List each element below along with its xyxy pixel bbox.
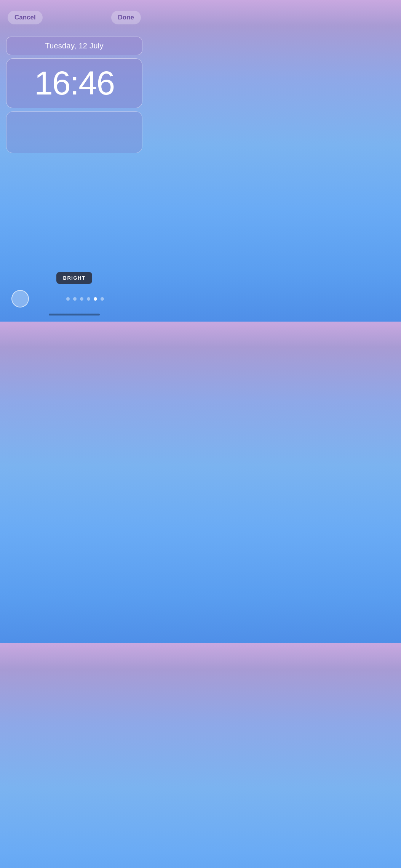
dots-row [0, 290, 149, 307]
page-dot-2[interactable] [73, 297, 77, 301]
page-dot-3[interactable] [80, 297, 83, 301]
page-dot-1[interactable] [66, 297, 70, 301]
home-indicator [49, 314, 100, 315]
time-widget[interactable]: 16:46 [6, 58, 142, 108]
page-dot-5-active[interactable] [94, 297, 97, 301]
bottom-area: BRIGHT [0, 272, 149, 322]
top-header: Cancel Done [0, 5, 149, 29]
date-widget[interactable]: Tuesday, 12 July [6, 37, 142, 55]
page-dot-4[interactable] [87, 297, 90, 301]
done-button[interactable]: Done [111, 11, 141, 24]
cancel-button[interactable]: Cancel [8, 11, 43, 24]
brightness-label: BRIGHT [56, 272, 93, 284]
flashlight-button[interactable] [11, 290, 29, 307]
empty-widget[interactable] [6, 111, 142, 153]
page-dots [29, 297, 137, 301]
widgets-area: Tuesday, 12 July 16:46 [0, 37, 149, 153]
page-dot-6[interactable] [101, 297, 104, 301]
